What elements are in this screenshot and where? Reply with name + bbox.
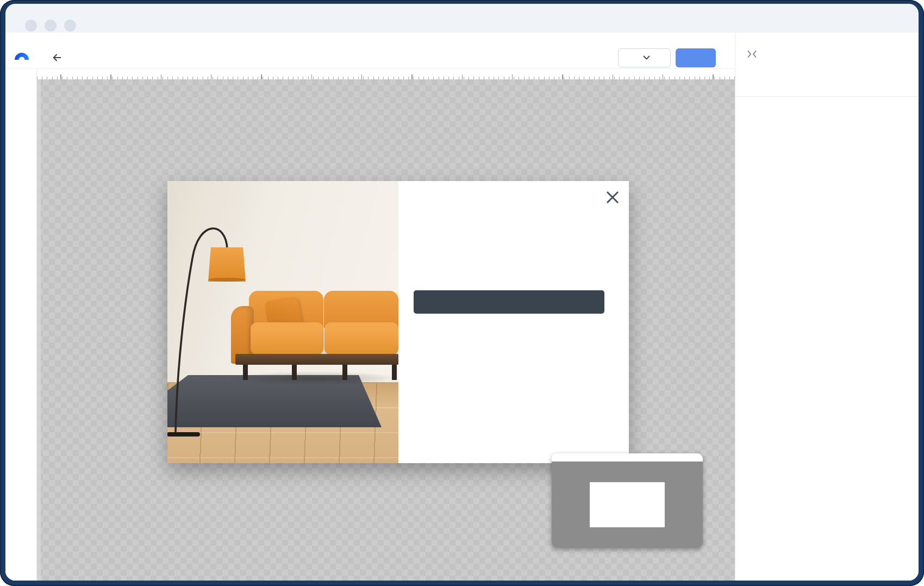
chevron-down-icon	[643, 55, 650, 60]
app-header	[5, 33, 735, 69]
toolbox-panel	[735, 33, 919, 581]
sofa-seat-cushion	[324, 322, 398, 355]
window-minimize-button[interactable]	[45, 20, 57, 32]
minimap-page-area	[552, 462, 703, 548]
scene-sofa	[231, 291, 398, 383]
window-close-button[interactable]	[25, 20, 37, 32]
sofa-leg	[292, 365, 297, 380]
popup-content-panel	[398, 181, 629, 463]
panel-collapse-icon[interactable]	[746, 50, 758, 58]
scene-lamp-shade	[208, 247, 246, 282]
window-controls	[25, 20, 76, 32]
scene-sofa-shadow	[228, 371, 398, 385]
preview-dropdown[interactable]	[618, 48, 671, 67]
sofa-leg	[342, 365, 347, 380]
save-button[interactable]	[676, 48, 716, 67]
window-titlebar	[5, 4, 919, 33]
sofa-base	[235, 354, 398, 365]
sofa-leg	[392, 365, 397, 380]
back-button[interactable]	[49, 49, 65, 66]
toolbox-content	[735, 97, 919, 110]
popup-close-icon[interactable]	[605, 190, 620, 205]
editor-canvas	[37, 79, 735, 581]
toolbox-header	[735, 33, 919, 97]
minimap-browser-bar	[552, 453, 703, 462]
window-maximize-button[interactable]	[64, 20, 76, 32]
main-sidebar	[5, 69, 37, 581]
placement-minimap[interactable]	[552, 453, 703, 548]
ruler-major-ticks	[60, 74, 735, 79]
screenshot-root	[0, 0, 924, 586]
canvas-ruler	[37, 69, 735, 79]
popup-hero-image[interactable]	[167, 181, 398, 463]
canvas-left-gutter	[37, 79, 41, 581]
app-surface	[5, 33, 919, 581]
order-now-button[interactable]	[414, 290, 604, 314]
browser-window-frame	[0, 0, 924, 586]
popup-preview[interactable]	[167, 181, 629, 463]
minimap-popup-viewport[interactable]	[590, 482, 665, 527]
sofa-seat-cushion	[251, 322, 323, 355]
brand-logo-icon[interactable]	[13, 51, 30, 63]
sofa-leg	[243, 365, 248, 380]
